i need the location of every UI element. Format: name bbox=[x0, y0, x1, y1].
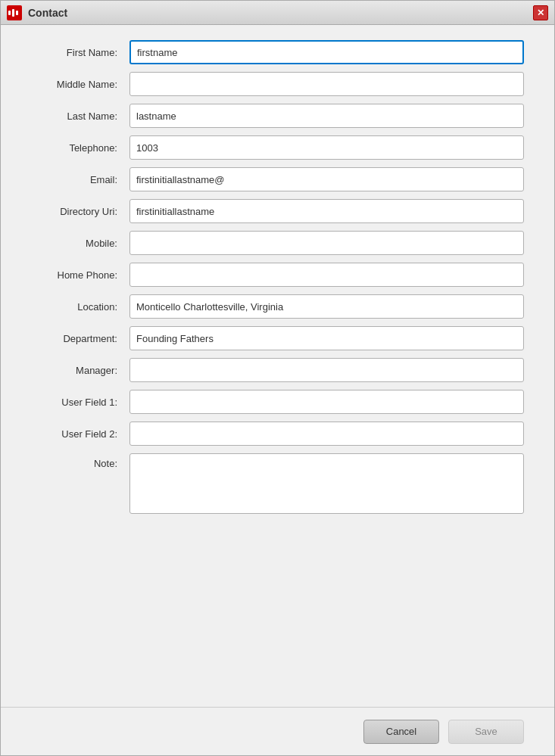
input-first-name[interactable] bbox=[129, 40, 524, 64]
label-user-field-1: User Field 1: bbox=[31, 397, 129, 408]
input-manager[interactable] bbox=[129, 358, 524, 382]
label-email: Email: bbox=[31, 174, 129, 185]
title-bar: Contact ✕ bbox=[1, 1, 554, 25]
label-location: Location: bbox=[31, 301, 129, 313]
label-last-name: Last Name: bbox=[31, 110, 129, 122]
form-row-home-phone: Home Phone: bbox=[31, 263, 524, 287]
label-user-field-2: User Field 2: bbox=[31, 428, 129, 440]
cisco-logo bbox=[7, 5, 22, 20]
label-middle-name: Middle Name: bbox=[31, 79, 129, 90]
label-first-name: First Name: bbox=[31, 47, 129, 58]
input-home-phone[interactable] bbox=[129, 263, 524, 287]
dialog-title: Contact bbox=[28, 7, 533, 19]
form-row-user-field-1: User Field 1: bbox=[31, 390, 524, 414]
form-row-email: Email: bbox=[31, 167, 524, 191]
form-row-location: Location: bbox=[31, 294, 524, 319]
label-note: Note: bbox=[31, 453, 129, 469]
input-user-field-2[interactable] bbox=[129, 422, 524, 446]
svg-rect-1 bbox=[12, 9, 14, 17]
input-mobile[interactable] bbox=[129, 231, 524, 255]
label-department: Department: bbox=[31, 333, 129, 344]
input-middle-name[interactable] bbox=[129, 72, 524, 96]
label-manager: Manager: bbox=[31, 365, 129, 376]
input-department[interactable] bbox=[129, 326, 524, 350]
input-telephone[interactable] bbox=[129, 135, 524, 160]
label-directory-uri: Directory Uri: bbox=[31, 206, 129, 217]
close-button[interactable]: ✕ bbox=[533, 5, 548, 20]
dialog-footer: Cancel Save bbox=[1, 707, 554, 755]
input-directory-uri[interactable] bbox=[129, 199, 524, 223]
input-email[interactable] bbox=[129, 167, 524, 191]
svg-rect-2 bbox=[16, 11, 18, 15]
form-content: First Name:Middle Name:Last Name:Telepho… bbox=[1, 25, 554, 707]
svg-rect-0 bbox=[8, 11, 11, 15]
form-row-telephone: Telephone: bbox=[31, 135, 524, 160]
save-button[interactable]: Save bbox=[448, 720, 524, 744]
form-row-user-field-2: User Field 2: bbox=[31, 422, 524, 446]
label-telephone: Telephone: bbox=[31, 142, 129, 154]
form-row-directory-uri: Directory Uri: bbox=[31, 199, 524, 223]
form-row-middle-name: Middle Name: bbox=[31, 72, 524, 96]
cancel-button[interactable]: Cancel bbox=[363, 720, 439, 744]
contact-dialog: Contact ✕ First Name:Middle Name:Last Na… bbox=[0, 0, 555, 756]
form-row-note: Note: bbox=[31, 453, 524, 514]
input-last-name[interactable] bbox=[129, 104, 524, 128]
form-row-manager: Manager: bbox=[31, 358, 524, 382]
input-location[interactable] bbox=[129, 294, 524, 319]
label-mobile: Mobile: bbox=[31, 238, 129, 249]
form-row-mobile: Mobile: bbox=[31, 231, 524, 255]
form-row-last-name: Last Name: bbox=[31, 104, 524, 128]
form-row-first-name: First Name: bbox=[31, 40, 524, 64]
form-row-department: Department: bbox=[31, 326, 524, 350]
input-note[interactable] bbox=[129, 453, 524, 514]
label-home-phone: Home Phone: bbox=[31, 269, 129, 281]
input-user-field-1[interactable] bbox=[129, 390, 524, 414]
